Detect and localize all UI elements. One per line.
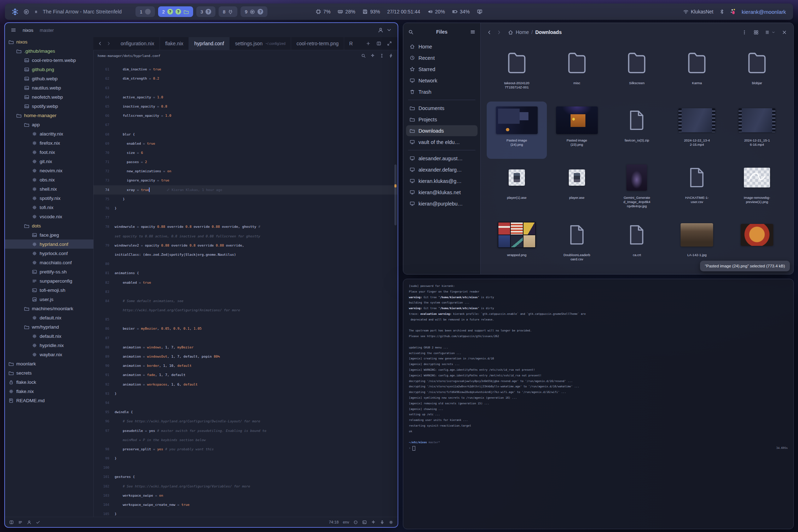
path-current[interactable]: Downloads: [535, 29, 562, 35]
ibeam-icon[interactable]: [380, 53, 384, 58]
settings-gear-icon[interactable]: [389, 520, 393, 525]
tree-item-hyprland-conf[interactable]: hyprland.conf: [5, 239, 93, 249]
view-options-chevron-icon[interactable]: [771, 30, 775, 34]
tree-item-nautilus-webp[interactable]: nautilus.webp: [5, 83, 93, 92]
workspace-9[interactable]: 9?: [241, 6, 267, 17]
tree-item-hypridle-nix[interactable]: hypridle.nix: [5, 341, 93, 350]
file-item-silkscreen[interactable]: Silkscreen: [607, 44, 667, 102]
code-line-83[interactable]: 83: [93, 287, 398, 296]
code-line-97[interactable]: 97 pseudotile = yes # master switch for …: [93, 426, 398, 435]
code-line-75[interactable]: 75 }: [93, 195, 398, 204]
tab-hyprland-conf[interactable]: hyprland.conf: [189, 37, 230, 50]
tree-item-wm-hyprland[interactable]: wm/hyprland: [5, 322, 93, 331]
clock[interactable]: 27/12 00:51:44: [387, 9, 420, 15]
search-icon[interactable]: [361, 53, 366, 58]
code-line-102[interactable]: 102 # See https://wiki.hyprland.org/Conf…: [93, 482, 398, 491]
sidebar-item-documents[interactable]: Documents: [406, 103, 478, 114]
tab-settings-json[interactable]: settings.json~/.config/zed: [230, 37, 291, 50]
tree-item-default-nix[interactable]: default.nix: [5, 331, 93, 341]
sidebar-item-network[interactable]: Network: [406, 75, 478, 86]
editor-titlebar[interactable]: nixos master: [5, 23, 398, 37]
file-item-pasted-image-24-png[interactable]: Pasted image (24).png: [487, 102, 547, 159]
tree-item-spotify-nix[interactable]: spotify.nix: [5, 193, 93, 203]
code-line-66[interactable]: 66 fullscreen_opacity = 1.0: [93, 111, 398, 120]
tree-item-spotify-webp[interactable]: spotify.webp: [5, 102, 93, 111]
code-line-89[interactable]: 89 animation = windowsOut, 1, 7, default…: [93, 352, 398, 361]
code-line-94[interactable]: 94: [93, 398, 398, 407]
code-line-95[interactable]: 95dwindle {: [93, 407, 398, 417]
tree-item-sunpaperconfig[interactable]: sunpaperconfig: [5, 276, 93, 285]
zoom-pane-icon[interactable]: [387, 41, 392, 46]
code-line-wrap[interactable]: https://wiki.hyprland.org/Configuring/An…: [93, 306, 398, 315]
file-item-2024-12-21-15-1-6-16-mp4[interactable]: 2024-12-21_15-1 6-16.mp4: [727, 102, 787, 159]
code-line-84[interactable]: 84 # Some default animations, see: [93, 296, 398, 306]
file-item-wrapped-png[interactable]: wrapped.png: [487, 216, 547, 273]
tree-item-waybar-nix[interactable]: waybar.nix: [5, 350, 93, 359]
code-line-64[interactable]: 64 active_opacity = 1.0: [93, 93, 398, 102]
editor-scrollbar[interactable]: [394, 164, 397, 225]
code-line-92[interactable]: 92 animation = workspaces, 1, 6, default: [93, 380, 398, 389]
breadcrumb[interactable]: home-manager/dots/hyprland.conf: [93, 50, 398, 61]
outline-panel-icon[interactable]: [18, 520, 23, 525]
code-line-82[interactable]: 82 enabled = true: [93, 278, 398, 287]
code-line-60[interactable]: 60: [93, 61, 398, 65]
file-item-takeout-2024120-7t155714z-001[interactable]: takeout-2024120 7T155714Z-001: [487, 44, 547, 102]
assistant-icon[interactable]: [370, 53, 375, 58]
back-icon[interactable]: [98, 41, 103, 46]
code-line-88[interactable]: 88 animation = windows, 1, 7, myBezier: [93, 343, 398, 352]
tree-item-flake-lock[interactable]: flake.lock: [5, 377, 93, 387]
sidebar-item-vault-of-the-eldu-[interactable]: vault of the eldu…: [406, 137, 478, 148]
code-line-80[interactable]: 80: [93, 259, 398, 268]
tree-item-face-jpeg[interactable]: face.jpeg: [5, 230, 93, 239]
split-pane-icon[interactable]: [376, 41, 381, 46]
tree-item-github-png[interactable]: github.png: [5, 65, 93, 74]
workspace-8[interactable]: 8: [219, 6, 237, 17]
code-line-65[interactable]: 65 inactive_opacity = 0.8: [93, 102, 398, 111]
code-line-74[interactable]: 74 xray = trueKieran Klukas, 1 hour ago: [93, 185, 398, 195]
assistant-panel-icon[interactable]: [371, 520, 376, 525]
project-panel-toggle-icon[interactable]: [9, 520, 14, 525]
code-line-69[interactable]: 69 enabled = true: [93, 139, 398, 148]
path-bar[interactable]: Home / Downloads: [508, 29, 562, 35]
network-indicator[interactable]: KlukasNet: [683, 9, 713, 15]
code-line-wrap[interactable]: set opacity to 0.88 active, 0.8 inactive…: [93, 232, 398, 241]
forward-icon[interactable]: [106, 41, 111, 46]
terminal-panel-icon[interactable]: [362, 520, 367, 525]
git-branch-label[interactable]: master: [40, 28, 54, 33]
tree-item-vscode-nix[interactable]: vscode.nix: [5, 212, 93, 221]
code-line-76[interactable]: 76}: [93, 204, 398, 213]
tree-item-neofetch-webp[interactable]: neofetch.webp: [5, 92, 93, 102]
tree-item-foot-nix[interactable]: foot.nix: [5, 148, 93, 157]
code-line-77[interactable]: 77: [93, 213, 398, 222]
sidebar-item-starred[interactable]: Starred: [406, 64, 478, 75]
sidebar-item-kieran-klukas-net[interactable]: kieran@klukas.net: [406, 187, 478, 198]
tree-item-neovim-nix[interactable]: neovim.nix: [5, 166, 93, 175]
now-playing-title[interactable]: The Final Arrow - Marc Streitenfeld: [43, 9, 122, 15]
file-item-player-1-ase[interactable]: player(1).ase: [487, 159, 547, 216]
code-editor[interactable]: 6061 dim_inactive = true62 dim_strength …: [93, 61, 398, 517]
app-menu-icon[interactable]: [470, 29, 475, 35]
code-line-68[interactable]: 68 blur {: [93, 130, 398, 139]
breadcrumb-path[interactable]: home-manager/dots/hyprland.conf: [98, 54, 160, 58]
file-item-pasted-image-23-png[interactable]: Pasted image (23).png: [547, 102, 607, 159]
code-line-61[interactable]: 61 dim_inactive = true: [93, 65, 398, 74]
code-line-93[interactable]: 93}: [93, 389, 398, 398]
tree-item-hyprlock-conf[interactable]: hyprlock.conf: [5, 249, 93, 258]
file-item-player-ase[interactable]: player.ase: [547, 159, 607, 216]
collab-panel-icon[interactable]: [27, 520, 31, 525]
avatar-icon[interactable]: [378, 27, 383, 33]
prompt-input-line[interactable]: ›34.695s: [409, 445, 788, 451]
file-item-gemini-generate-d-image-4rqv8k4-rqv8k4rqv-jpg[interactable]: Gemini_Generate d_Image_4rqv8k4 rqv8k4rq…: [607, 159, 667, 216]
tree-item--github-images[interactable]: .github/images: [5, 46, 93, 56]
code-line-78[interactable]: 78windowrule = opacity 0.88 override 0.8…: [93, 222, 398, 231]
file-item-doubloonleaderb-oard-csv[interactable]: DoubloonLeaderb oard.csv: [547, 216, 607, 273]
menu-icon[interactable]: [11, 27, 16, 33]
tree-item-app[interactable]: app: [5, 120, 93, 129]
file-item-misc[interactable]: misc: [547, 44, 607, 102]
env-label[interactable]: env: [343, 520, 349, 524]
bluetooth-icon[interactable]: [719, 9, 725, 15]
file-item-hackatime-1-user-csv[interactable]: HACKATIME-1- user.csv: [667, 159, 727, 216]
file-item-2024-12-22-13-4-2-15-mp4[interactable]: 2024-12-22_13-4 2-15.mp4: [667, 102, 727, 159]
file-item-favicon-io-3-zip[interactable]: favicon_io(3).zip: [607, 102, 667, 159]
tab-flake-nix[interactable]: flake.nix: [160, 37, 189, 50]
